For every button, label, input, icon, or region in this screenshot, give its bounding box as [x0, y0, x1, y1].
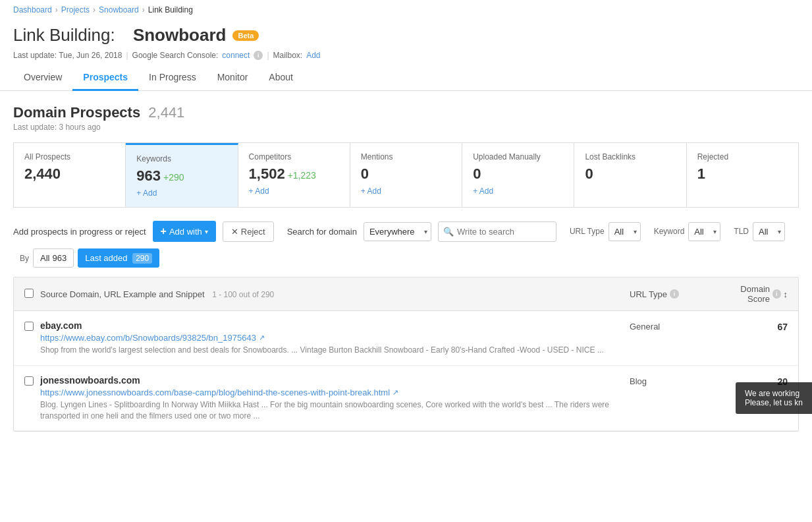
card-keywords[interactable]: Keywords 963+290 + Add — [126, 143, 238, 207]
breadcrumb-snowboard[interactable]: Snowboard — [99, 5, 139, 14]
row-checkbox-2[interactable] — [24, 376, 34, 386]
table-row: jonessnowboards.com https://www.jonessno… — [14, 366, 798, 432]
row-urltype-1: General — [630, 320, 722, 332]
tab-monitor[interactable]: Monitor — [207, 65, 259, 91]
card-keywords-label: Keywords — [136, 154, 227, 163]
google-console-link[interactable]: connect — [222, 51, 250, 60]
add-with-button[interactable]: + Add with ▾ — [153, 221, 216, 242]
card-competitors-delta: +1,223 — [288, 170, 316, 181]
col-header-urltype: URL Type i — [630, 289, 722, 299]
domain-prospects-count: 2,441 — [148, 104, 184, 121]
table-row: ebay.com https://www.ebay.com/b/Snowboar… — [14, 311, 798, 366]
notification-overlay: We are working Please, let us kn — [736, 382, 812, 414]
keyword-dropdown[interactable]: All — [688, 222, 720, 241]
score-info-icon[interactable]: i — [772, 289, 780, 299]
tld-dropdown[interactable]: All — [753, 222, 785, 241]
last-added-label: Last added — [85, 253, 127, 263]
row-checkbox-wrapper-2 — [24, 375, 40, 388]
url-type-label: URL Type — [570, 227, 605, 236]
select-all-checkbox-wrapper — [24, 289, 40, 300]
card-uploaded[interactable]: Uploaded Manually 0 + Add — [462, 143, 574, 207]
card-keywords-add[interactable]: + Add — [136, 188, 227, 198]
reject-x-icon: ✕ — [231, 227, 238, 237]
tab-overview[interactable]: Overview — [13, 65, 72, 91]
external-link-icon-2: ↗ — [392, 388, 398, 397]
tab-in-progress[interactable]: In Progress — [138, 65, 207, 91]
card-lost-backlinks-value: 0 — [585, 165, 675, 183]
all-filter-label: All — [40, 253, 49, 263]
col-main-label: Source Domain, URL Example and Snippet — [40, 289, 205, 299]
last-update-text: Last update: Tue, Jun 26, 2018 — [13, 51, 122, 60]
card-competitors-label: Competitors — [249, 152, 339, 161]
url-type-dropdown-wrapper: All ▾ — [609, 222, 641, 241]
main-content: Domain Prospects 2,441 Last update: 3 ho… — [0, 91, 812, 445]
search-domain-label: Search for domain — [287, 227, 357, 237]
card-mentions-add[interactable]: + Add — [361, 187, 451, 196]
card-keywords-delta: +290 — [163, 172, 184, 183]
card-competitors[interactable]: Competitors 1,502+1,223 + Add — [238, 143, 350, 207]
search-input-wrapper: 🔍 — [438, 221, 556, 242]
row-url-2[interactable]: https://www.jonessnowboards.com/base-cam… — [40, 388, 630, 397]
keyword-dropdown-wrapper: All ▾ — [688, 222, 720, 241]
row-domain-1: ebay.com — [40, 320, 630, 331]
col-urltype-label: URL Type — [630, 289, 667, 299]
card-rejected[interactable]: Rejected 1 — [687, 143, 798, 207]
card-mentions-value: 0 — [361, 165, 451, 183]
add-with-label: Add with — [169, 227, 202, 237]
page-title: Link Building: Snowboard Beta — [13, 25, 799, 45]
reject-label: Reject — [241, 227, 265, 237]
card-mentions-label: Mentions — [361, 152, 451, 161]
row-url-1[interactable]: https://www.ebay.com/b/Snowboards/93825/… — [40, 333, 630, 343]
tab-prospects[interactable]: Prospects — [72, 65, 138, 91]
card-lost-backlinks[interactable]: Lost Backlinks 0 — [574, 143, 686, 207]
score-sort-icon[interactable]: ↕ — [784, 289, 788, 299]
row-domain-2: jonessnowboards.com — [40, 375, 630, 386]
cards-row: All Prospects 2,440 Keywords 963+290 + A… — [13, 142, 799, 208]
title-prefix: Link Building: — [13, 25, 115, 45]
card-rejected-value: 1 — [697, 165, 788, 183]
card-mentions[interactable]: Mentions 0 + Add — [350, 143, 462, 207]
all-filter-count: 963 — [52, 253, 67, 263]
add-with-chevron-icon: ▾ — [205, 228, 208, 235]
card-competitors-value: 1,502+1,223 — [249, 165, 339, 183]
breadcrumb-dashboard[interactable]: Dashboard — [13, 5, 52, 14]
keyword-filter-group: Keyword All ▾ — [654, 222, 721, 241]
breadcrumb: Dashboard › Projects › Snowboard › Link … — [0, 0, 812, 20]
card-all-prospects[interactable]: All Prospects 2,440 — [14, 143, 126, 207]
external-link-icon-1: ↗ — [259, 334, 265, 342]
card-uploaded-value: 0 — [473, 165, 563, 183]
all-filter-button[interactable]: All 963 — [33, 248, 74, 268]
title-project: Snowboard — [133, 25, 227, 45]
card-uploaded-label: Uploaded Manually — [473, 152, 563, 161]
breadcrumb-sep-1: › — [55, 5, 58, 14]
col-count-label: 1 - 100 out of 290 — [212, 290, 274, 299]
domain-dropdown[interactable]: Everywhere — [364, 222, 431, 241]
card-uploaded-add[interactable]: + Add — [473, 187, 563, 196]
url-type-dropdown[interactable]: All — [609, 222, 641, 241]
tab-about[interactable]: About — [258, 65, 304, 91]
breadcrumb-projects[interactable]: Projects — [61, 5, 90, 14]
col-header-score: Domain Score i ↕ — [722, 284, 788, 304]
select-all-checkbox[interactable] — [24, 289, 34, 298]
page-header: Link Building: Snowboard Beta — [0, 20, 812, 48]
urltype-info-icon[interactable]: i — [670, 289, 679, 299]
card-competitors-add[interactable]: + Add — [249, 187, 339, 196]
card-all-prospects-label: All Prospects — [24, 152, 115, 161]
table-header: Source Domain, URL Example and Snippet 1… — [14, 277, 798, 311]
reject-button[interactable]: ✕ Reject — [223, 221, 274, 242]
by-label: By — [20, 254, 29, 263]
domain-dropdown-wrapper: Everywhere ▾ — [364, 222, 431, 241]
card-lost-backlinks-label: Lost Backlinks — [585, 152, 675, 161]
mailbox-link[interactable]: Add — [306, 51, 320, 60]
google-console-info-icon[interactable]: i — [254, 51, 263, 60]
by-filter-group: By All 963 Last added 290 — [20, 248, 159, 268]
search-input[interactable] — [438, 221, 556, 242]
tld-dropdown-wrapper: All ▾ — [753, 222, 785, 241]
row-checkbox-1[interactable] — [24, 322, 34, 331]
breadcrumb-sep-2: › — [93, 5, 95, 14]
last-added-count: 290 — [132, 253, 152, 264]
google-console-label: Google Search Console: — [132, 51, 219, 60]
last-added-button[interactable]: Last added 290 — [78, 248, 159, 268]
row-snippet-2: Blog. Lyngen Lines - Splitboarding In No… — [40, 399, 630, 422]
row-main-2: jonessnowboards.com https://www.jonessno… — [40, 375, 630, 422]
